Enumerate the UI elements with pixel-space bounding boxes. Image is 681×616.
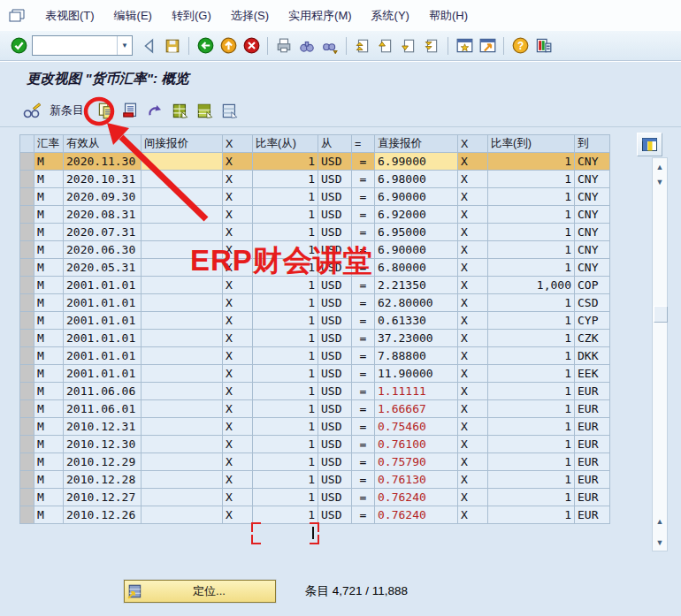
- scrollbar-thumb[interactable]: [654, 306, 668, 323]
- back-f3-icon[interactable]: [195, 35, 216, 57]
- system-menu-icon[interactable]: [9, 9, 25, 23]
- cell-direct-flag[interactable]: X: [458, 171, 488, 188]
- menu-item-4[interactable]: 实用程序(M): [279, 4, 362, 27]
- column-header[interactable]: X: [223, 135, 253, 153]
- cell-indirect-flag[interactable]: X: [223, 330, 253, 347]
- cell-direct-flag[interactable]: X: [458, 153, 488, 171]
- cell-direct-flag[interactable]: X: [458, 241, 488, 259]
- menu-item-0[interactable]: 表视图(T): [35, 4, 104, 27]
- deselect-all-icon[interactable]: [219, 101, 239, 120]
- cell-direct-quote[interactable]: 0.61330: [375, 312, 458, 330]
- first-page-icon[interactable]: [352, 35, 373, 57]
- menu-item-3[interactable]: 选择(S): [221, 4, 279, 27]
- cell-ratio-from[interactable]: 1: [253, 471, 318, 489]
- cell-direct-flag[interactable]: X: [458, 400, 488, 418]
- cell-ratio-from[interactable]: 1: [253, 365, 318, 383]
- row-selector-button[interactable]: [20, 171, 34, 188]
- cell-direct-flag[interactable]: X: [458, 259, 488, 277]
- cell-ratio-to[interactable]: 1: [488, 330, 575, 347]
- cell-direct-quote[interactable]: 1.11111: [375, 383, 458, 400]
- table-settings-icon[interactable]: [637, 133, 662, 156]
- cell-indirect-flag[interactable]: X: [223, 171, 253, 188]
- row-selector-button[interactable]: [20, 506, 34, 524]
- row-selector-button[interactable]: [20, 330, 34, 347]
- cell-indirect-flag[interactable]: X: [223, 188, 253, 206]
- cell-indirect-flag[interactable]: X: [223, 153, 253, 171]
- cell-indirect-quote[interactable]: [142, 224, 223, 241]
- cell-indirect-quote[interactable]: [142, 489, 223, 506]
- row-selector-button[interactable]: [20, 294, 34, 312]
- cell-indirect-flag[interactable]: X: [223, 436, 253, 453]
- column-header[interactable]: 从: [318, 135, 352, 153]
- cell-indirect-flag[interactable]: X: [223, 400, 253, 418]
- row-selector-button[interactable]: [20, 489, 34, 506]
- scroll-up-icon[interactable]: ▲: [653, 515, 667, 528]
- cell-indirect-quote[interactable]: [142, 453, 223, 471]
- cell-ratio-from[interactable]: 1: [253, 224, 318, 241]
- find-icon[interactable]: [296, 35, 318, 57]
- row-selector-button[interactable]: [20, 312, 34, 330]
- cell-ratio-to[interactable]: 1: [488, 153, 575, 171]
- cell-indirect-flag[interactable]: X: [223, 312, 253, 330]
- cell-indirect-flag[interactable]: X: [223, 506, 253, 524]
- cell-ratio-from[interactable]: 1: [253, 188, 318, 206]
- column-header[interactable]: 比率(到): [488, 135, 575, 153]
- cell-ratio-from[interactable]: 1: [253, 171, 318, 188]
- row-selector-button[interactable]: [20, 241, 34, 259]
- cell-direct-flag[interactable]: X: [458, 471, 488, 489]
- cell-indirect-flag[interactable]: X: [223, 383, 253, 400]
- cancel-icon[interactable]: [241, 35, 262, 57]
- select-block-icon[interactable]: [195, 101, 214, 120]
- cell-indirect-quote[interactable]: [142, 312, 223, 330]
- row-selector-button[interactable]: [20, 206, 34, 224]
- row-selector-button[interactable]: [20, 188, 34, 206]
- cell-ratio-to[interactable]: 1: [488, 347, 575, 365]
- cell-direct-flag[interactable]: X: [458, 312, 488, 330]
- create-shortcut-icon[interactable]: [477, 35, 498, 57]
- cell-indirect-quote[interactable]: [142, 383, 223, 400]
- cell-ratio-from[interactable]: 1: [253, 206, 318, 224]
- cell-ratio-from[interactable]: 1: [253, 294, 318, 312]
- cell-direct-quote[interactable]: 6.90000: [375, 188, 458, 206]
- row-selector-button[interactable]: [20, 365, 34, 383]
- cell-ratio-from[interactable]: 1: [253, 400, 318, 418]
- cell-ratio-from[interactable]: 1: [253, 453, 318, 471]
- cell-direct-quote[interactable]: 2.21350: [375, 277, 458, 294]
- cell-direct-flag[interactable]: X: [458, 347, 488, 365]
- cell-direct-quote[interactable]: 11.90000: [375, 365, 458, 383]
- row-selector-button[interactable]: [20, 453, 34, 471]
- menu-item-1[interactable]: 编辑(E): [104, 4, 162, 27]
- cell-ratio-to[interactable]: 1: [488, 312, 575, 330]
- menu-item-6[interactable]: 帮助(H): [419, 4, 478, 27]
- column-header[interactable]: 汇率: [34, 135, 64, 153]
- cell-ratio-from[interactable]: 1: [253, 383, 318, 400]
- cell-ratio-to[interactable]: 1: [488, 436, 575, 453]
- cell-direct-flag[interactable]: X: [458, 489, 488, 506]
- cell-ratio-to[interactable]: 1: [488, 400, 575, 418]
- cell-ratio-from[interactable]: 1: [253, 506, 318, 524]
- cell-ratio-to[interactable]: 1: [488, 471, 575, 489]
- cell-ratio-to[interactable]: 1: [488, 259, 575, 277]
- cell-ratio-from[interactable]: 1: [253, 489, 318, 506]
- cell-indirect-quote[interactable]: [142, 259, 223, 277]
- cell-direct-quote[interactable]: 6.98000: [375, 171, 458, 188]
- cell-ratio-from[interactable]: 1: [253, 418, 318, 436]
- cell-ratio-to[interactable]: 1: [488, 224, 575, 241]
- cell-direct-flag[interactable]: X: [458, 453, 488, 471]
- help-icon[interactable]: ?: [509, 35, 531, 57]
- cell-indirect-quote[interactable]: [142, 330, 223, 347]
- column-header[interactable]: 有效从: [64, 135, 142, 153]
- print-icon[interactable]: [273, 35, 295, 57]
- cell-direct-flag[interactable]: X: [458, 224, 488, 241]
- cell-direct-flag[interactable]: X: [458, 188, 488, 206]
- column-header[interactable]: X: [458, 135, 488, 153]
- cell-indirect-quote[interactable]: [142, 171, 223, 188]
- cell-indirect-quote[interactable]: [142, 241, 223, 259]
- cell-ratio-from[interactable]: 1: [253, 241, 318, 259]
- cell-indirect-quote[interactable]: [142, 400, 223, 418]
- row-selector-button[interactable]: [20, 383, 34, 400]
- cell-indirect-flag[interactable]: X: [223, 294, 253, 312]
- cell-ratio-to[interactable]: 1: [488, 241, 575, 259]
- cell-direct-quote[interactable]: 37.23000: [375, 330, 458, 347]
- cell-direct-flag[interactable]: X: [458, 436, 488, 453]
